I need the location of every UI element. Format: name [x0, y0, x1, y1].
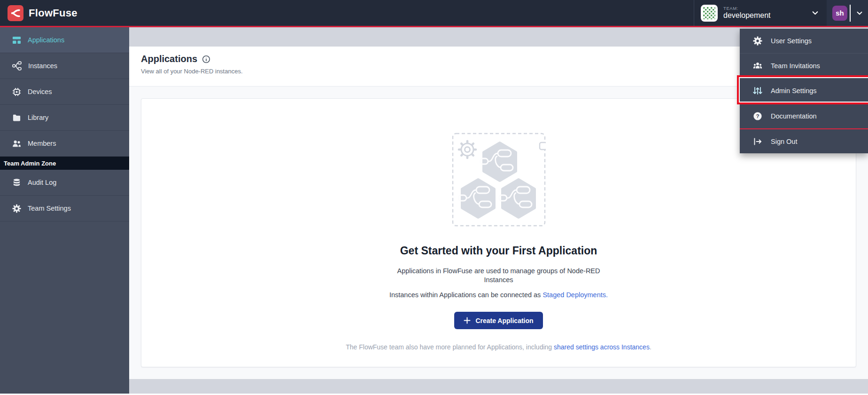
- help-icon: ?: [753, 111, 762, 121]
- menu-item-sign-out[interactable]: Sign Out: [740, 128, 868, 153]
- menu-item-admin-settings[interactable]: Admin Settings: [740, 79, 868, 103]
- sidebar: Applications Instances Devices: [0, 27, 129, 394]
- menu-item-label: Admin Settings: [771, 87, 817, 95]
- text-caret: [850, 5, 851, 22]
- devices-icon: [12, 87, 21, 96]
- menu-item-team-invitations[interactable]: Team Invitations: [740, 54, 868, 79]
- footer-text: The FlowFuse team also have more planned…: [346, 343, 554, 351]
- sidebar-item-label: Library: [28, 114, 48, 121]
- top-navbar: FlowFuse TEAM: developement sh: [0, 0, 868, 27]
- flowfuse-logo-icon: [8, 5, 23, 21]
- plus-icon: [464, 317, 471, 324]
- library-icon: [12, 113, 21, 122]
- sidebar-item-label: Applications: [28, 36, 64, 44]
- team-info: TEAM: developement: [723, 6, 771, 20]
- sidebar-item-label: Members: [28, 140, 56, 147]
- page-title: Applications: [141, 54, 197, 64]
- sidebar-item-instances[interactable]: Instances: [0, 53, 129, 79]
- team-name: developement: [723, 11, 771, 20]
- team-label: TEAM:: [723, 6, 771, 11]
- shared-settings-link[interactable]: shared settings across Instances: [554, 343, 650, 351]
- svg-text:?: ?: [756, 113, 759, 119]
- flowfuse-brand[interactable]: FlowFuse: [0, 0, 78, 26]
- sidebar-item-applications[interactable]: Applications: [0, 27, 129, 53]
- chevron-down-icon: [856, 9, 863, 17]
- empty-state-footer: The FlowFuse team also have more planned…: [346, 343, 651, 351]
- user-dropdown-menu: User Settings Team Invitations Admin Set…: [740, 29, 868, 153]
- menu-item-label: Sign Out: [771, 138, 797, 145]
- instances-icon: [12, 61, 22, 71]
- members-icon: [12, 139, 21, 148]
- empty-state-description: Applications in FlowFuse are used to man…: [389, 267, 609, 284]
- database-icon: [12, 178, 21, 187]
- menu-item-documentation[interactable]: ? Documentation: [740, 103, 868, 128]
- menu-item-label: Documentation: [771, 112, 817, 120]
- empty-state-description-2: Instances within Applications can be con…: [389, 291, 608, 300]
- chevron-down-icon: [811, 9, 819, 17]
- applications-empty-illustration: [452, 133, 546, 227]
- create-application-label: Create Application: [475, 317, 533, 324]
- staged-deployments-link[interactable]: Staged Deployments.: [542, 291, 608, 299]
- empty-state-title: Get Started with your First Application: [400, 245, 597, 257]
- team-selector[interactable]: TEAM: developement: [694, 0, 827, 26]
- sidebar-item-members[interactable]: Members: [0, 131, 129, 157]
- logout-icon: [753, 137, 762, 146]
- menu-item-user-settings[interactable]: User Settings: [740, 29, 868, 54]
- team-icon: [753, 61, 762, 71]
- user-menu-button[interactable]: sh: [827, 0, 868, 26]
- sidebar-item-library[interactable]: Library: [0, 105, 129, 131]
- sidebar-item-audit-log[interactable]: Audit Log: [0, 170, 129, 196]
- hexagon-node-icon: [458, 180, 494, 217]
- menu-item-label: User Settings: [771, 37, 812, 45]
- gear-icon: [753, 36, 762, 46]
- sidebar-item-devices[interactable]: Devices: [0, 79, 129, 105]
- hexagon-node-icon: [499, 180, 535, 217]
- team-avatar-identicon: [701, 5, 718, 22]
- sidebar-item-label: Team Settings: [28, 205, 71, 212]
- brand-name: FlowFuse: [29, 7, 78, 19]
- description-text: Instances within Applications can be con…: [389, 291, 542, 299]
- info-icon[interactable]: [202, 55, 210, 63]
- sidebar-item-label: Devices: [28, 88, 52, 95]
- adjustments-icon: [753, 86, 762, 95]
- gear-icon: [12, 204, 21, 213]
- sidebar-item-label: Instances: [28, 62, 57, 70]
- applications-icon: [12, 36, 21, 45]
- create-application-button[interactable]: Create Application: [454, 312, 542, 329]
- menu-item-label: Team Invitations: [771, 62, 820, 70]
- bottom-gray-band: [129, 379, 868, 394]
- footer-text-suffix: .: [650, 343, 651, 351]
- hexagon-node-icon: [480, 143, 516, 181]
- sidebar-item-label: Audit Log: [28, 179, 56, 186]
- sidebar-item-team-settings[interactable]: Team Settings: [0, 196, 129, 221]
- user-avatar: sh: [832, 6, 847, 21]
- team-admin-zone-label: Team Admin Zone: [0, 157, 129, 170]
